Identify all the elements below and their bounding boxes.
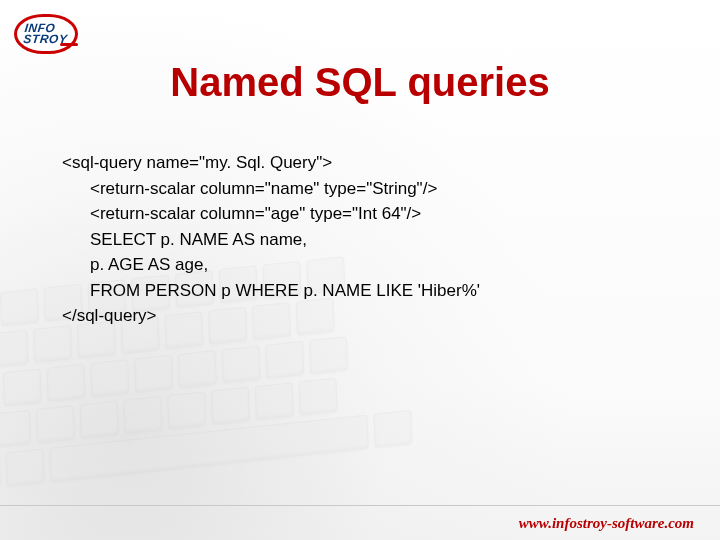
code-line: p. AGE AS age, (90, 252, 680, 278)
logo-ellipse-icon: INFO STROY (14, 14, 78, 54)
code-line: <return-scalar column="age" type="Int 64… (90, 201, 680, 227)
company-logo: INFO STROY (14, 14, 78, 54)
footer-url: www.infostroy-software.com (519, 515, 694, 532)
slide-title: Named SQL queries (0, 60, 720, 105)
footer-divider (0, 505, 720, 506)
code-line: </sql-query> (62, 303, 680, 329)
code-block: <sql-query name="my. Sql. Query"> <retur… (62, 150, 680, 329)
logo-swoosh-icon (60, 43, 78, 46)
code-line: <sql-query name="my. Sql. Query"> (62, 150, 680, 176)
code-line: SELECT p. NAME AS name, (90, 227, 680, 253)
code-line: FROM PERSON p WHERE p. NAME LIKE 'Hiber%… (90, 278, 680, 304)
code-line: <return-scalar column="name" type="Strin… (90, 176, 680, 202)
